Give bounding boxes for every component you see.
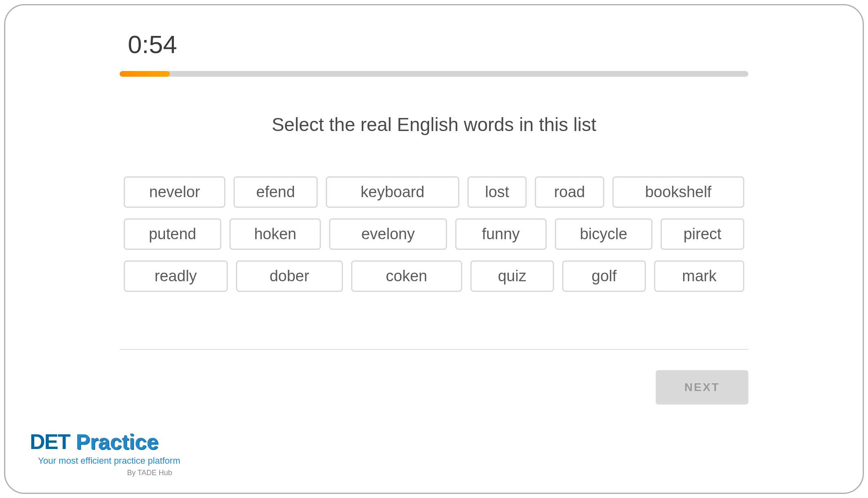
word-option-coken[interactable]: coken — [351, 260, 462, 292]
timer-display: 0:54 — [128, 30, 748, 59]
branding-block: DET Practice Your most efficient practic… — [30, 431, 180, 477]
word-option-pirect[interactable]: pirect — [661, 218, 744, 250]
word-option-dober[interactable]: dober — [236, 260, 343, 292]
progress-bar — [120, 71, 748, 77]
word-row-1: nevelor efend keyboard lost road bookshe… — [124, 176, 744, 208]
word-row-3: readly dober coken quiz golf mark — [124, 260, 744, 292]
word-option-bookshelf[interactable]: bookshelf — [612, 176, 744, 208]
word-option-evelony[interactable]: evelony — [329, 218, 447, 250]
brand-practice: Practice — [76, 430, 158, 454]
brand-title: DET Practice — [30, 431, 180, 452]
progress-fill — [120, 71, 170, 77]
word-option-funny[interactable]: funny — [455, 218, 547, 250]
next-button[interactable]: NEXT — [656, 370, 748, 405]
word-option-mark[interactable]: mark — [654, 260, 744, 292]
brand-by: By TADE Hub — [30, 469, 180, 477]
footer: NEXT — [120, 350, 748, 405]
word-option-readly[interactable]: readly — [124, 260, 228, 292]
instruction-text: Select the real English words in this li… — [120, 113, 748, 136]
word-option-road[interactable]: road — [535, 176, 604, 208]
word-option-quiz[interactable]: quiz — [470, 260, 554, 292]
words-area: nevelor efend keyboard lost road bookshe… — [120, 176, 748, 292]
word-option-golf[interactable]: golf — [562, 260, 646, 292]
content-area: 0:54 Select the real English words in th… — [5, 30, 863, 405]
word-option-lost[interactable]: lost — [467, 176, 527, 208]
word-option-putend[interactable]: putend — [124, 218, 221, 250]
word-row-2: putend hoken evelony funny bicycle pirec… — [124, 218, 744, 250]
word-option-bicycle[interactable]: bicycle — [555, 218, 652, 250]
brand-det: DET — [30, 430, 70, 454]
brand-tagline: Your most efficient practice platform — [38, 456, 180, 466]
word-option-nevelor[interactable]: nevelor — [124, 176, 225, 208]
word-option-efend[interactable]: efend — [234, 176, 318, 208]
word-option-keyboard[interactable]: keyboard — [326, 176, 459, 208]
test-frame: 0:54 Select the real English words in th… — [4, 4, 864, 494]
word-option-hoken[interactable]: hoken — [229, 218, 321, 250]
